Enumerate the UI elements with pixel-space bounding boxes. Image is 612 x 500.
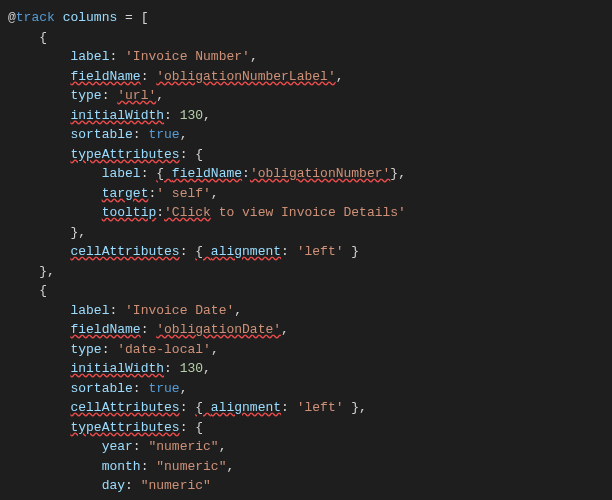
code-line: year: "numeric",: [8, 437, 604, 457]
code-line: {: [8, 28, 604, 48]
code-line: sortable: true,: [8, 379, 604, 399]
code-line: fieldName: 'obligationDate',: [8, 320, 604, 340]
code-line: initialWidth: 130,: [8, 106, 604, 126]
code-line: },: [8, 262, 604, 282]
code-line: }: [8, 496, 604, 501]
code-line: type: 'date-local',: [8, 340, 604, 360]
code-line: label: { fieldName:'obligationNumber'},: [8, 164, 604, 184]
code-line: target:' self',: [8, 184, 604, 204]
code-line: cellAttributes: { alignment: 'left' }: [8, 242, 604, 262]
code-line: },: [8, 223, 604, 243]
code-line: label: 'Invoice Number',: [8, 47, 604, 67]
code-line: label: 'Invoice Date',: [8, 301, 604, 321]
code-line: typeAttributes: {: [8, 418, 604, 438]
code-line: month: "numeric",: [8, 457, 604, 477]
code-editor[interactable]: @track columns = [ { label: 'Invoice Num…: [8, 8, 604, 500]
code-line: typeAttributes: {: [8, 145, 604, 165]
code-line: {: [8, 281, 604, 301]
code-line: initialWidth: 130,: [8, 359, 604, 379]
code-line: sortable: true,: [8, 125, 604, 145]
code-line: cellAttributes: { alignment: 'left' },: [8, 398, 604, 418]
code-line: type: 'url',: [8, 86, 604, 106]
code-line: fieldName: 'obligationNumberLabel',: [8, 67, 604, 87]
code-line: @track columns = [: [8, 8, 604, 28]
code-line: tooltip:'Click to view Invoice Details': [8, 203, 604, 223]
code-line: day: "numeric": [8, 476, 604, 496]
